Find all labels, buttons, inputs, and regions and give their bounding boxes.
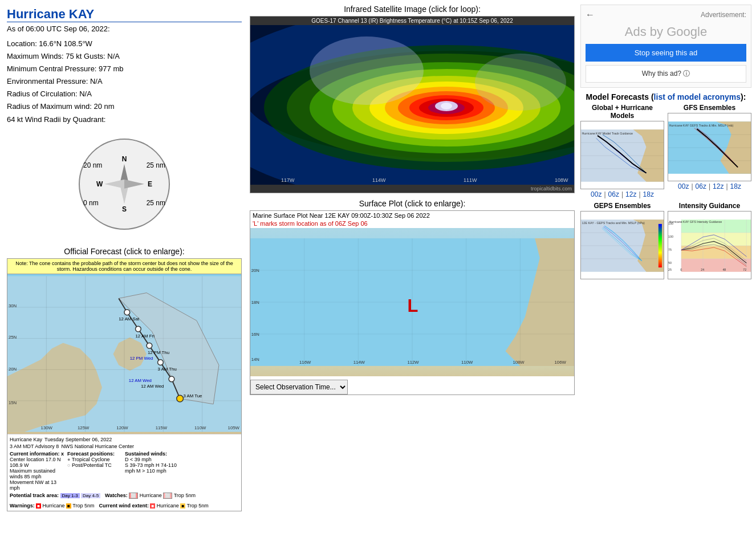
svg-text:12E KAY - GEPS Tracks and Min.: 12E KAY - GEPS Tracks and Min. MSLP (hPa… bbox=[582, 221, 645, 225]
svg-point-17 bbox=[136, 326, 141, 332]
forecast-track-image[interactable]: 3 AM Tue 12 AM Wed 3 AM Thu 12 PM Thu 12… bbox=[7, 274, 241, 434]
svg-text:48: 48 bbox=[722, 268, 726, 271]
svg-point-52 bbox=[310, 36, 424, 105]
geps-image[interactable]: 12E KAY - GEPS Tracks and Min. MSLP (hPa… bbox=[580, 211, 664, 279]
gfs-image[interactable]: Hurricane KAY GEFS Tracks & Min. MSLP (m… bbox=[668, 113, 751, 181]
nm-sw-label: 0 nm bbox=[83, 199, 99, 207]
gfs-18z-link[interactable]: 18z bbox=[730, 182, 741, 190]
wind-diagram: N S E W 20 nm 25 nm 0 nm 25 nm bbox=[73, 133, 176, 235]
svg-rect-108 bbox=[681, 259, 751, 272]
intensity-title: Intensity Guidance bbox=[668, 202, 751, 210]
svg-text:12 AM Sat: 12 AM Sat bbox=[119, 316, 140, 322]
compass-east-arm bbox=[124, 180, 144, 189]
stop-seeing-button[interactable]: Stop seeing this ad bbox=[586, 44, 746, 62]
global-models-image[interactable]: Hurricane KAY Model Track Guidance bbox=[580, 121, 664, 189]
left-column: Hurricane KAY As of 06:00 UTC Sep 06, 20… bbox=[5, 5, 244, 514]
svg-text:106W: 106W bbox=[555, 360, 567, 365]
satellite-image[interactable]: GOES-17 Channel 13 (IR) Brightness Tempe… bbox=[250, 16, 575, 193]
compass-e-label: E bbox=[148, 180, 152, 188]
surface-plot-section: Surface Plot (click to enlarge): Marine … bbox=[250, 199, 575, 395]
track-legend: Potential track area: Day 1-3 Day 4-5 Wa… bbox=[10, 493, 239, 509]
svg-text:25N: 25N bbox=[9, 334, 17, 339]
ads-by-google: Ads by Google bbox=[586, 25, 746, 39]
svg-text:18N: 18N bbox=[251, 300, 259, 305]
gfs-ensembles-title: GFS Ensembles bbox=[668, 104, 751, 112]
global-18z-link[interactable]: 18z bbox=[643, 190, 654, 198]
gfs-model-links: 00z | 06z | 12z | 18z bbox=[668, 182, 751, 190]
satellite-section: Infrared Satellite Image (click for loop… bbox=[250, 5, 575, 193]
satellite-header: GOES-17 Channel 13 (IR) Brightness Tempe… bbox=[250, 17, 574, 25]
compass-rose: N S E W bbox=[104, 164, 144, 204]
global-model-links: 00z | 06z | 12z | 18z bbox=[580, 190, 664, 198]
surface-subtitle: 'L' marks storm location as of 06Z Sep 0… bbox=[250, 220, 574, 228]
svg-text:115W: 115W bbox=[156, 425, 168, 430]
bottom-models-grid: GEPS Ensembles bbox=[580, 202, 751, 279]
svg-point-15 bbox=[158, 359, 164, 365]
svg-text:20N: 20N bbox=[251, 268, 259, 273]
global-00z-link[interactable]: 00z bbox=[591, 190, 601, 198]
svg-point-14 bbox=[169, 376, 174, 382]
svg-text:14N: 14N bbox=[251, 357, 259, 362]
svg-text:114W: 114W bbox=[353, 360, 365, 365]
surface-plot-title: Surface Plot (click to enlarge): bbox=[250, 199, 575, 208]
satellite-source: tropicaltidbits.com bbox=[250, 185, 574, 193]
global-06z-link[interactable]: 06z bbox=[608, 190, 619, 198]
svg-text:25: 25 bbox=[668, 268, 672, 271]
satellite-svg: 20N 15N 10N 117W 114W 111W 108W 104W bbox=[250, 25, 574, 185]
svg-text:12 PM Wed: 12 PM Wed bbox=[130, 355, 153, 360]
ad-back-arrow[interactable]: ← bbox=[586, 10, 595, 20]
gfs-12z-link[interactable]: 12z bbox=[713, 182, 724, 190]
hurricane-title: Hurricane KAY bbox=[7, 7, 242, 22]
obs-time-select-wrapper: Select Observation Time... bbox=[250, 380, 574, 394]
location-line: Location: 16.6°N 108.5°W bbox=[7, 38, 242, 50]
current-info: Current information: x Center location 1… bbox=[10, 451, 66, 491]
geps-svg: 12E KAY - GEPS Tracks and Min. MSLP (hPa… bbox=[581, 212, 664, 279]
official-forecast-map[interactable]: Note: The cone contains the probable pat… bbox=[7, 258, 242, 511]
list-acronyms-link[interactable]: list of model acronyms bbox=[654, 92, 741, 101]
satellite-title: Infrared Satellite Image (click for loop… bbox=[250, 5, 575, 14]
env-pressure-line: Environmental Pressure: N/A bbox=[7, 75, 242, 88]
geps-title: GEPS Ensembles bbox=[580, 202, 664, 210]
global-models-item: Global + Hurricane Models bbox=[580, 104, 664, 198]
svg-text:130W: 130W bbox=[41, 425, 53, 430]
svg-point-16 bbox=[147, 343, 152, 348]
surface-plot-container: Marine Surface Plot Near 12E KAY 09:00Z-… bbox=[250, 210, 575, 395]
global-12z-link[interactable]: 12z bbox=[625, 190, 636, 198]
global-models-title: Global + Hurricane Models bbox=[580, 104, 664, 120]
svg-text:Hurricane KAY GEFS Tracks & Mi: Hurricane KAY GEFS Tracks & Min. MSLP (m… bbox=[669, 124, 734, 127]
radius-max-wind-line: Radius of Maximum wind: 20 nm bbox=[7, 100, 242, 113]
official-forecast-section: Official Forecast (click to enlarge): No… bbox=[7, 247, 242, 511]
svg-text:112W: 112W bbox=[407, 360, 419, 365]
sustained-winds: Sustained winds: D < 39 mph S 39-73 mph … bbox=[125, 451, 181, 491]
nm-nw-label: 20 nm bbox=[83, 161, 102, 169]
global-svg: Hurricane KAY Model Track Guidance bbox=[581, 121, 664, 189]
svg-rect-98 bbox=[659, 224, 662, 267]
svg-text:0: 0 bbox=[680, 268, 682, 271]
info-advisory: 3 AM MDT Advisory 8 bbox=[10, 444, 59, 449]
svg-text:100: 100 bbox=[668, 235, 673, 238]
model-forecasts-section: Model Forecasts (list of model acronyms)… bbox=[580, 92, 751, 279]
svg-text:3 AM Tue: 3 AM Tue bbox=[183, 393, 202, 398]
svg-text:72: 72 bbox=[743, 268, 746, 271]
as-of-label: As of 06:00 UTC Sep 06, 2022: bbox=[7, 25, 242, 33]
svg-text:12 AM Fri: 12 AM Fri bbox=[136, 333, 155, 338]
gfs-00z-link[interactable]: 00z bbox=[678, 182, 689, 190]
svg-text:16N: 16N bbox=[251, 332, 259, 337]
svg-text:111W: 111W bbox=[464, 177, 477, 183]
svg-text:Hurricane KAY Model Track Guid: Hurricane KAY Model Track Guidance bbox=[582, 132, 633, 135]
gfs-06z-link[interactable]: 06z bbox=[696, 182, 706, 190]
svg-text:Hurricane KAY GFS Intensity Gu: Hurricane KAY GFS Intensity Guidance bbox=[669, 220, 722, 223]
svg-point-53 bbox=[475, 54, 566, 111]
svg-point-18 bbox=[124, 310, 130, 315]
svg-text:114W: 114W bbox=[372, 177, 386, 183]
compass-s-label: S bbox=[122, 205, 127, 213]
svg-text:15N: 15N bbox=[9, 400, 17, 405]
model-grid: Global + Hurricane Models bbox=[580, 104, 751, 198]
middle-column: Infrared Satellite Image (click for loop… bbox=[250, 5, 575, 514]
info-date: Tuesday September 06, 2022 bbox=[44, 437, 112, 442]
svg-text:L: L bbox=[407, 296, 418, 316]
why-this-ad-button[interactable]: Why this ad? ⓘ bbox=[586, 65, 746, 83]
obs-time-select[interactable]: Select Observation Time... bbox=[250, 380, 348, 394]
info-agency: NWS National Hurricane Center bbox=[61, 444, 134, 449]
intensity-image[interactable]: 150 100 75 50 25 0 24 48 72 Hurricane KA… bbox=[668, 211, 751, 279]
